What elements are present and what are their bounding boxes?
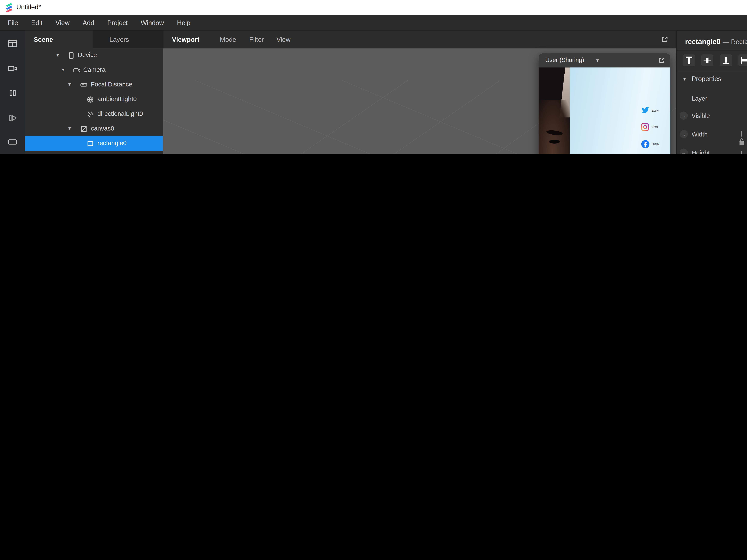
canvas-icon — [80, 125, 87, 133]
facebook-icon — [641, 140, 650, 149]
scene-node-label: rectangle0 — [97, 140, 127, 146]
spark-ar-logo-icon — [4, 2, 14, 12]
step-forward-icon[interactable] — [8, 113, 18, 123]
align-top-button[interactable] — [683, 54, 695, 66]
layout-panels-icon[interactable] — [8, 39, 18, 49]
scene-node-rectangle0-selected[interactable]: rectangle0 — [25, 136, 163, 151]
scene-node-camera[interactable]: ▼ Camera — [25, 62, 163, 77]
scene-panel: Scene Layers ▼ Device ▼ Camera ▼ Focal D… — [25, 31, 163, 154]
spark-ar-studio-window: Untitled* File Edit View Add Project Win… — [0, 0, 747, 154]
inspector-panel: rectangle0 — Rectangle ▼ Properties Laye… — [676, 31, 747, 154]
width-connect-icon[interactable]: → — [679, 130, 688, 138]
menu-bar: File Edit View Add Project Window Help — [0, 15, 747, 31]
scene-node-label: canvas0 — [91, 125, 114, 132]
menu-file[interactable]: File — [8, 19, 18, 26]
align-bottom-button[interactable] — [720, 54, 732, 66]
video-record-icon[interactable] — [8, 63, 18, 74]
scene-node-label: ambientLight0 — [97, 96, 137, 102]
caret-down-icon[interactable]: ▼ — [682, 77, 687, 82]
tab-view[interactable]: View — [276, 36, 290, 44]
chevron-down-icon[interactable]: ▼ — [595, 58, 600, 63]
link-dimensions-icon[interactable] — [739, 131, 747, 154]
face-skin — [539, 100, 573, 154]
layer-label: Layer — [692, 95, 707, 102]
social-handle-twitter: Eedwi — [652, 109, 659, 112]
section-properties[interactable]: Properties — [692, 75, 721, 83]
eye — [549, 140, 560, 143]
tab-layers[interactable]: Layers — [93, 31, 163, 48]
left-toolbar — [0, 31, 26, 154]
social-handle-facebook: Reelty — [652, 142, 659, 145]
tab-scene-label: Scene — [34, 36, 53, 43]
menu-window[interactable]: Window — [141, 19, 164, 26]
ambient-light-icon — [86, 96, 94, 103]
simulator-preview: User (Sharing) ▼ — [539, 53, 670, 154]
viewport-tab-bar: Viewport Mode Filter View — [163, 31, 676, 49]
camera-source-dropdown[interactable]: User (Sharing) — [545, 57, 584, 63]
menu-add[interactable]: Add — [83, 19, 94, 26]
phone-screen-overlay: Reality Eedwi Erezli Reelty Edwin — [570, 68, 670, 154]
focal-distance-icon — [80, 81, 87, 89]
window-title: Untitled* — [16, 3, 41, 11]
scene-node-focal-distance[interactable]: ▼ Focal Distance — [25, 77, 163, 92]
scene-node-device[interactable]: ▼ Device — [25, 48, 163, 62]
pop-out-simulator-icon[interactable] — [659, 57, 665, 63]
twitter-icon — [641, 107, 650, 114]
directional-light-icon — [86, 110, 94, 118]
height-connect-icon[interactable]: → — [679, 149, 688, 154]
tab-viewport[interactable]: Viewport — [172, 36, 200, 44]
scene-node-label: directionalLight0 — [97, 110, 143, 117]
simulator-header: User (Sharing) ▼ — [539, 53, 670, 68]
instagram-icon — [641, 123, 649, 131]
rectangle-icon — [86, 140, 94, 148]
visible-connect-icon[interactable]: → — [679, 111, 688, 120]
inspector-object-type: — Rectangle — [723, 38, 747, 46]
alignment-toolbar — [683, 54, 747, 66]
caret-down-icon[interactable]: ▼ — [56, 53, 60, 58]
align-left-button[interactable] — [738, 54, 747, 66]
caret-down-icon[interactable]: ▼ — [61, 68, 65, 73]
inspector-object-name: rectangle0 — [685, 37, 721, 46]
social-handle-instagram: Erezli — [652, 126, 659, 128]
camera-icon — [73, 66, 80, 74]
width-label: Width — [692, 131, 707, 138]
scene-node-directionallight0[interactable]: directionalLight0 — [25, 107, 163, 121]
menu-edit[interactable]: Edit — [31, 19, 43, 26]
tab-mode[interactable]: Mode — [220, 36, 236, 44]
caret-down-icon[interactable]: ▼ — [68, 82, 72, 87]
camera-feed: Reality Eedwi Erezli Reelty Edwin — [539, 68, 670, 154]
height-label: Height — [692, 150, 710, 154]
tab-scene[interactable]: Scene — [25, 31, 93, 48]
scene-node-ambientlight0[interactable]: ambientLight0 — [25, 92, 163, 107]
scene-node-label: Focal Distance — [91, 81, 132, 88]
tab-filter[interactable]: Filter — [249, 36, 264, 44]
title-bar: Untitled* — [0, 0, 747, 15]
pause-icon[interactable] — [8, 88, 18, 98]
menu-view[interactable]: View — [56, 19, 70, 26]
scene-node-canvas0[interactable]: ▼ canvas0 — [25, 121, 163, 136]
rectangle-tool-icon[interactable] — [8, 137, 18, 147]
scene-node-label: Camera — [83, 66, 105, 73]
scene-node-label: Device — [78, 52, 97, 58]
visible-label: Visible — [692, 113, 710, 119]
tab-layers-label: Layers — [109, 36, 129, 43]
pop-out-viewport-icon[interactable] — [661, 36, 668, 43]
menu-help[interactable]: Help — [177, 19, 190, 26]
viewport-3d[interactable]: Viewport Mode Filter View Camera: Front … — [163, 31, 676, 154]
caret-down-icon[interactable]: ▼ — [68, 126, 72, 131]
menu-project[interactable]: Project — [107, 19, 128, 26]
device-icon — [68, 52, 75, 59]
scene-node-facetracker0[interactable]: ▼ faceTracker0 — [25, 151, 163, 154]
align-vertical-center-button[interactable] — [701, 54, 713, 66]
